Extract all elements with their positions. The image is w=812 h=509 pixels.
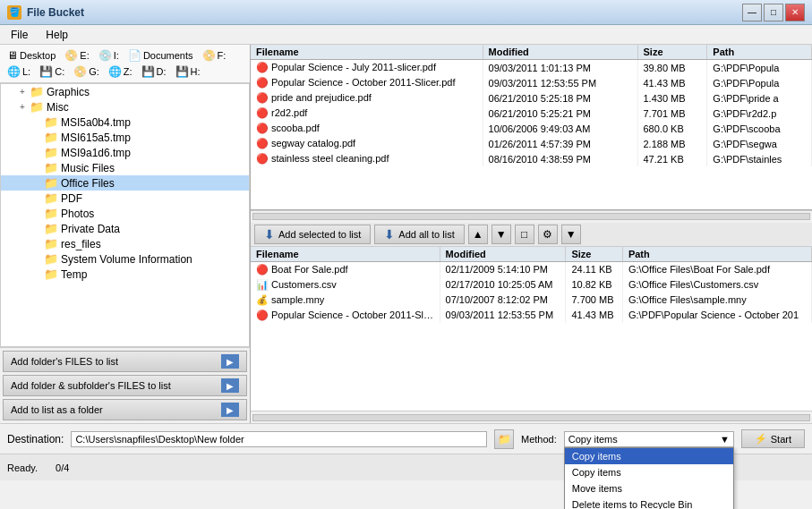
table-row[interactable]: 💰sample.mny 07/10/2007 8:12:02 PM7.700 M… (251, 293, 812, 308)
table-row[interactable]: 🔴stainless steel cleaning.pdf 08/16/2010… (251, 151, 812, 166)
tree-item[interactable]: 📁res_files (1, 236, 249, 251)
title-bar: 🪣 File Bucket — □ ✕ (0, 0, 812, 25)
dropdown-item-copy[interactable]: Copy items (565, 448, 733, 464)
col-modified-top: Modified (483, 45, 637, 60)
drive-e[interactable]: 📀E: (61, 48, 92, 63)
drive-c[interactable]: 💾C: (36, 64, 68, 79)
add-as-folder-button[interactable]: Add to list as a folder ▶ (3, 399, 247, 420)
top-hscroll[interactable] (251, 210, 812, 223)
method-label: Method: (521, 434, 557, 445)
drive-h[interactable]: 💾H: (172, 64, 204, 79)
col-filename-top: Filename (251, 45, 483, 60)
tree-item[interactable]: +📁Graphics (1, 84, 249, 99)
drive-desktop[interactable]: 🖥Desktop (4, 48, 59, 63)
col-filename-bottom: Filename (251, 247, 440, 262)
menu-file[interactable]: File (4, 27, 35, 43)
window-title: File Bucket (27, 6, 84, 19)
add-folder-files-button[interactable]: Add folder's FILES to list ▶ (3, 351, 247, 372)
table-row[interactable]: 🔴Popular Science - October 2011-Slicer.p… (251, 308, 812, 323)
table-row[interactable]: 🔴scooba.pdf 10/06/2006 9:49:03 AM680.0 K… (251, 121, 812, 136)
close-button[interactable]: ✕ (785, 4, 805, 21)
drive-documents[interactable]: 📄Documents (124, 48, 197, 63)
tree-item-office-files[interactable]: 📁Office Files (1, 175, 249, 191)
tree-item[interactable]: 📁MSI9a1d6.tmp (1, 145, 249, 160)
left-panel: 🖥Desktop 📀E: 💿I: 📄Documents 📀F: 🌐L: 💾C: (0, 45, 251, 423)
toolbar-row: ⬇ Add selected to list ⬇ Add all to list… (251, 223, 812, 247)
method-wrapper: Copy items ▼ Copy items Copy items Move … (564, 431, 734, 447)
method-dropdown-arrow: ▼ (720, 434, 730, 445)
app-icon: 🪣 (7, 5, 21, 20)
drive-i[interactable]: 💿I: (95, 48, 123, 63)
drive-f[interactable]: 📀F: (199, 48, 230, 63)
browse-button[interactable]: 📁 (494, 429, 514, 449)
dropdown-item-delete[interactable]: Delete items to Recycle Bin (565, 496, 733, 510)
table-row[interactable]: 🔴Popular Science - October 2011-Slicer.p… (251, 75, 812, 90)
bottom-file-list[interactable]: Filename Modified Size Path 🔴Boat For Sa… (251, 247, 812, 411)
add-selected-button[interactable]: ⬇ Add selected to list (254, 225, 371, 244)
col-size-bottom: Size (566, 247, 622, 262)
dropdown-arrow-button[interactable]: ▼ (561, 225, 581, 244)
tree-item[interactable]: 📁Photos (1, 206, 249, 221)
top-file-list[interactable]: Filename Modified Size Path 🔴Popular Sci… (251, 45, 812, 210)
status-ready: Ready. (7, 462, 38, 473)
start-button[interactable]: ⚡ Start (741, 429, 805, 448)
tree-item[interactable]: 📁MSI615a5.tmp (1, 130, 249, 145)
col-size-top: Size (637, 45, 707, 60)
tree-item[interactable]: 📁Private Data (1, 221, 249, 236)
tree-item[interactable]: 📁System Volume Information (1, 251, 249, 267)
right-panel: Filename Modified Size Path 🔴Popular Sci… (251, 45, 812, 423)
status-count: 0/4 (56, 462, 69, 473)
tree-item[interactable]: 📁Temp (1, 267, 249, 282)
bottom-buttons: Add folder's FILES to list ▶ Add folder … (0, 347, 250, 423)
destination-label: Destination: (7, 433, 64, 445)
move-up-button[interactable]: ▲ (468, 225, 488, 244)
tree-item[interactable]: 📁Music Files (1, 160, 249, 175)
drive-l[interactable]: 🌐L: (4, 64, 34, 79)
menu-help[interactable]: Help (38, 27, 75, 43)
method-value: Copy items (568, 434, 618, 445)
options-button[interactable]: ⚙ (538, 225, 558, 244)
add-all-button[interactable]: ⬇ Add all to list (374, 225, 464, 244)
dropdown-item-copy2[interactable]: Copy items (565, 464, 733, 480)
maximize-button[interactable]: □ (764, 4, 783, 21)
move-down-button[interactable]: ▼ (491, 225, 511, 244)
menu-bar: File Help (0, 25, 812, 45)
drive-d[interactable]: 💾D: (138, 64, 170, 79)
drive-z[interactable]: 🌐Z: (105, 64, 136, 79)
col-path-bottom: Path (622, 247, 811, 262)
tree-item[interactable]: 📁PDF (1, 191, 249, 206)
tree-item[interactable]: 📁MSI5a0b4.tmp (1, 115, 249, 130)
col-path-top: Path (707, 45, 812, 60)
clear-button[interactable]: □ (515, 225, 534, 244)
bottom-hscroll[interactable] (251, 411, 812, 423)
table-row[interactable]: 🔴Boat For Sale.pdf 02/11/2009 5:14:10 PM… (251, 261, 812, 277)
destination-bar: Destination: 📁 Method: Copy items ▼ Copy… (0, 423, 812, 454)
start-icon: ⚡ (755, 433, 767, 445)
table-row[interactable]: 🔴segway catalog.pdf 01/26/2011 4:57:39 P… (251, 136, 812, 151)
drive-bar: 🖥Desktop 📀E: 💿I: 📄Documents 📀F: 🌐L: 💾C: (0, 45, 250, 83)
table-row[interactable]: 📊Customers.csv 02/17/2010 10:25:05 AM10.… (251, 277, 812, 293)
destination-input[interactable] (71, 431, 487, 447)
folder-tree[interactable]: +📁Graphics +📁Misc 📁MSI5a0b4.tmp 📁MSI615a… (0, 83, 250, 347)
dropdown-item-move[interactable]: Move items (565, 480, 733, 496)
start-label: Start (771, 434, 791, 445)
add-subfolder-files-button[interactable]: Add folder & subfolder's FILES to list ▶ (3, 375, 247, 396)
table-row[interactable]: 🔴Popular Science - July 2011-slicer.pdf … (251, 60, 812, 76)
col-modified-bottom: Modified (440, 247, 566, 262)
method-dropdown[interactable]: Copy items Copy items Move items Delete … (564, 447, 734, 510)
table-row[interactable]: 🔴pride and prejudice.pdf 06/21/2010 5:25… (251, 90, 812, 106)
drive-g[interactable]: 📀G: (70, 64, 103, 79)
tree-item[interactable]: +📁Misc (1, 99, 249, 115)
table-row[interactable]: 🔴r2d2.pdf 06/21/2010 5:25:21 PM7.701 MBG… (251, 106, 812, 121)
method-display[interactable]: Copy items ▼ (564, 431, 734, 447)
minimize-button[interactable]: — (742, 4, 762, 21)
